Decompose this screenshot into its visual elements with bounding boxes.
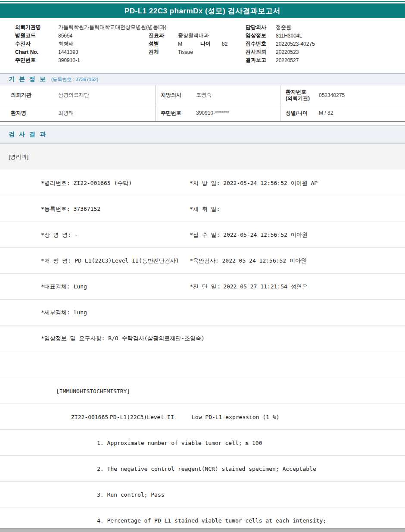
column-label: 환자번호 (의뢰기관) [280,85,319,105]
field-value: 1441393 [58,49,78,55]
cell-value: M / 82 [319,110,405,116]
table-row: 의뢰기관 삼광의료재단 처방의사 조영숙 환자번호 (의뢰기관) 0523402… [0,85,405,105]
column-label: 주민번호 [155,105,196,121]
info-row: 결과보고20220527 [246,56,315,64]
ihc-item-text: 1. Approximate number of viable tumor ce… [97,439,262,446]
top-accent-strip [0,1,405,2]
ihc-item-row: 2. The negative control reagent(NCR) sta… [0,456,405,482]
field-label: 검사의뢰 [246,48,276,56]
info-row: 수진자최병태 [15,40,166,48]
cell-value: 052340275 [319,92,405,98]
column-label: 의뢰기관 [11,92,58,98]
department-label: [병리과] [9,153,28,161]
detail-left-text: *등록번호: 37367152 [41,205,100,213]
basic-info-section-header: 기 본 정 보 (등록번호 : 37367152) [0,73,405,85]
basic-info-table: 의뢰기관 삼광의료재단 처방의사 조영숙 환자번호 (의뢰기관) 0523402… [0,85,405,122]
info-row: 검체Tissue [149,48,227,56]
ihc-item-row: 3. Run control; Pass [0,482,405,507]
detail-left-text: *병리번호: ZI22-001665 (수탁) [41,179,132,187]
cell-value: 조영숙 [196,91,280,99]
department-band: [병리과] [0,144,405,170]
column-label: 환자명 [11,110,58,116]
table-row: 환자명 최병태 주민번호 390910-******* 성별/나이 M / 82 [0,105,405,121]
patient-info-middle-column: 진료과종양혈액내과 성별M나이82 검체Tissue [149,31,227,56]
ihc-section-row: [IMMUNOHISTOCHEMISTRY] [0,378,405,404]
section-title: 검 사 결 과 [9,131,47,138]
patient-info-right-column: 담당의사정준원 임상정보811H3004L 접수번호20220523-40275… [246,23,315,64]
info-row: Chart No.1441393 [15,48,166,56]
ihc-section-title: [IMMUNOHISTOCHEMISTRY] [56,388,130,394]
field-label: 결과보고 [246,56,276,64]
ihc-result-text: Low PD-L1 expression (1 %) [192,413,280,420]
detail-row: *대표검체: Lung *진 단 일: 2022-05-27 11:21:54 … [0,274,405,300]
detail-row: *등록번호: 37367152 *채 취 일: [0,196,405,222]
field-label: Chart No. [15,49,58,55]
column-label: 성별/나이 [280,105,319,121]
ihc-item-row: 1. Approximate number of viable tumor ce… [0,430,405,456]
detail-row: *세부검체: lung [0,300,405,325]
field-label: 접수번호 [246,40,276,47]
field-label: 담당의사 [246,24,276,31]
detail-left-text: *세부검체: lung [41,309,87,316]
info-row: 주민번호390910-1 [15,56,166,64]
field-label: 임상정보 [246,32,276,39]
info-row: 접수번호20220523-40275 [246,40,315,48]
field-value: M [178,41,200,47]
field-value: 20220523-40275 [276,41,315,47]
detail-left-text: *임상정보 및 요구사항: R/O 수탁검사(삼광의료재단-조영숙) [41,335,205,342]
field-value: 20220527 [276,57,299,63]
detail-row: *임상정보 및 요구사항: R/O 수탁검사(삼광의료재단-조영숙) [0,325,405,351]
info-row: 검사의뢰20220523 [246,48,315,56]
info-row: 진료과종양혈액내과 [149,31,227,40]
field-label: 성별 [149,40,178,47]
patient-info-left-column: 의뢰기관명가톨릭학원가톨릭대학교대전성모병원(병동I과) 병원코드85654 수… [15,23,166,64]
ihc-test-name: PD-L1(22C3)Level II [110,413,174,420]
info-row: 성별M나이82 [149,40,227,48]
section-title: 기 본 정 보 [9,75,47,83]
info-row: 의뢰기관명가톨릭학원가톨릭대학교대전성모병원(병동I과) [15,23,166,31]
field-label: 진료과 [149,32,178,39]
detail-left-text: *상 병 명: - [41,231,78,239]
detail-row: *상 병 명: - *접 수 일: 2022-05-24 12:56:52 이아… [0,222,405,248]
detail-right-text: *접 수 일: 2022-05-24 12:56:52 이아원 [190,231,308,239]
field-label: 주민번호 [15,56,58,64]
detail-right-text: *육안검사: 2022-05-24 12:56:52 이아원 [190,257,306,265]
info-row: 담당의사정준원 [246,23,315,31]
ihc-result-row: ZI22-001665 PD-L1(22C3)Level II Low PD-L… [0,404,405,430]
field-value: Tissue [178,49,193,55]
registration-number: (등록번호 : 37367152) [51,76,98,83]
info-row: 임상정보811H3004L [246,31,315,40]
results-section-header: 검 사 결 과 [0,125,405,144]
field-label: 병원코드 [15,32,58,39]
detail-right-text: *처 방 일: 2022-05-24 12:56:52 이아원 AP [190,179,318,187]
detail-row: *병리번호: ZI22-001665 (수탁) *처 방 일: 2022-05-… [0,170,405,196]
spacer-row [0,351,405,378]
detail-left-text: *대표검체: Lung [41,283,87,291]
field-value: 종양혈액내과 [178,32,209,39]
cell-value: 최병태 [58,110,155,117]
field-value: 82 [222,41,227,47]
field-value: 390910-1 [58,57,80,63]
detail-right-text: *진 단 일: 2022-05-27 11:21:54 성연은 [190,283,308,291]
detail-left-text: *처 방 명: PD-L1(22C3)Level II(동반진단검사) [41,257,179,265]
report-title: PD-L1 22C3 pharmDx (성모) 검사결과보고서 [125,6,280,16]
horizontal-scrollbar[interactable] [0,528,405,532]
field-value: 최병태 [58,40,74,47]
cell-value: 390910-******* [196,110,280,116]
field-value: 20220523 [276,49,299,55]
detail-row: *처 방 명: PD-L1(22C3)Level II(동반진단검사) *육안검… [0,248,405,274]
field-value: 정준원 [276,24,291,31]
ihc-item-text: 4. Percentage of PD-L1 stained viable tu… [97,517,326,523]
column-label: 처방의사 [155,85,196,105]
ihc-item-text: 3. Run control; Pass [97,491,165,498]
field-label: 수진자 [15,40,58,47]
ihc-item-text: 2. The negative control reagent(NCR) sta… [97,465,316,472]
cell-value: 삼광의료재단 [58,91,155,99]
field-value: 85654 [58,33,72,39]
field-label: 나이 [200,40,222,47]
detail-right-text: *채 취 일: [190,205,220,213]
info-row: 병원코드85654 [15,31,166,40]
field-label: 의뢰기관명 [15,24,58,31]
field-value: 811H3004L [276,33,302,39]
ihc-specimen-number: ZI22-001665 [71,413,108,420]
